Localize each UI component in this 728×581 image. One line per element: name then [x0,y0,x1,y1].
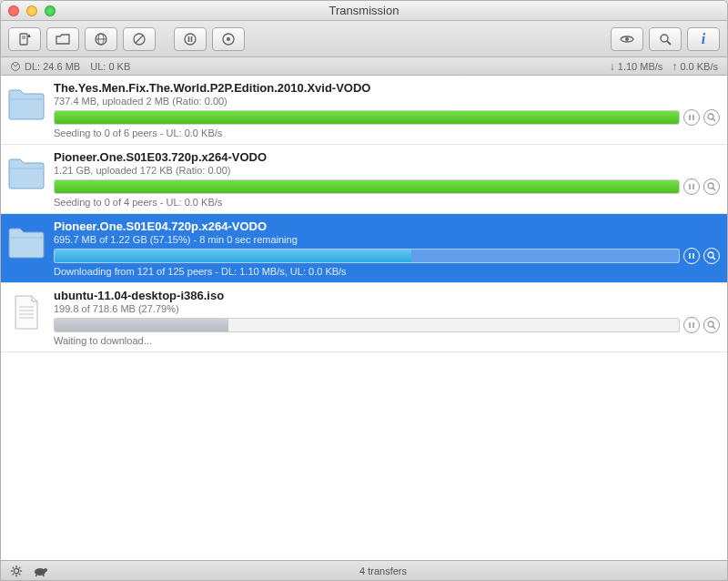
svg-point-13 [227,37,230,41]
bottom-bar: 4 transfers [1,560,727,580]
create-torrent-button[interactable] [8,27,41,51]
svg-point-15 [661,35,668,42]
transfer-meta: 199.8 of 718.6 MB (27.79%) [54,303,720,314]
traffic-lights [8,5,56,16]
svg-point-24 [708,183,713,189]
transfer-meta: 695.7 MB of 1.22 GB (57.15%) - 8 min 0 s… [54,234,720,245]
close-window-button[interactable] [8,5,19,16]
pause-resume-button[interactable] [683,317,700,333]
transfer-count-label: 4 transfers [48,566,718,576]
transfer-meta: 737.4 MB, uploaded 2 MB (Ratio: 0.00) [54,96,720,107]
global-dl-rate: 1.10 MB/s [618,61,663,72]
transfer-status: Seeding to 0 of 4 peers - UL: 0.0 KB/s [54,197,720,208]
pause-resume-button[interactable] [683,109,700,126]
reveal-button[interactable] [703,109,720,126]
progress-bar [54,249,680,263]
filter-button[interactable] [649,27,682,51]
settings-gear-icon[interactable] [10,565,23,577]
ratio-ul-label: UL: 0 KB [90,61,130,72]
pause-resume-button[interactable] [683,178,700,195]
minimize-window-button[interactable] [26,5,37,16]
ratio-icon [10,61,21,72]
svg-line-37 [713,326,715,329]
toolbar: i [1,21,727,57]
resume-all-button[interactable] [212,27,245,51]
transfer-name: ubuntu-11.04-desktop-i386.iso [54,289,720,302]
reveal-button[interactable] [703,178,720,195]
reveal-button[interactable] [703,248,720,264]
svg-line-43 [13,566,15,568]
zoom-window-button[interactable] [45,5,56,16]
transfer-name: Pioneer.One.S01E03.720p.x264-VODO [54,150,720,164]
svg-point-36 [708,321,713,327]
title-bar: Transmission [1,1,727,21]
app-window: Transmission i DL: 24.6 MB UL: 0 KB ↓ 1.… [0,0,728,581]
transfer-status: Waiting to download... [54,335,720,346]
progress-bar [54,318,680,332]
svg-line-16 [667,41,671,45]
transfer-row[interactable]: ubuntu-11.04-desktop-i386.iso199.8 of 71… [1,283,727,352]
progress-bar [54,179,680,194]
remove-button[interactable] [123,27,156,51]
folder-icon [6,154,46,194]
inspector-button[interactable]: i [687,27,720,51]
ratio-dl-label: DL: 24.6 MB [25,61,80,72]
folder-icon [6,85,46,125]
reveal-button[interactable] [703,317,720,333]
download-arrow-icon: ↓ [610,60,615,73]
svg-line-21 [713,118,715,121]
window-title: Transmission [1,4,727,17]
svg-line-44 [19,573,21,575]
svg-line-25 [713,188,715,190]
svg-rect-49 [35,575,37,576]
transfer-row[interactable]: Pioneer.One.S01E03.720p.x264-VODO1.21 GB… [1,145,727,214]
svg-line-8 [136,36,143,43]
svg-rect-0 [20,34,27,45]
transfer-row[interactable]: Pioneer.One.S01E04.720p.x264-VODO695.7 M… [1,214,727,283]
transfer-status: Downloading from 121 of 125 peers - DL: … [54,266,720,277]
file-icon [6,292,46,332]
svg-point-20 [708,114,713,119]
global-status-bar: DL: 24.6 MB UL: 0 KB ↓ 1.10 MB/s ↑ 0.0 K… [1,57,727,76]
transfer-row[interactable]: The.Yes.Men.Fix.The.World.P2P.Edition.20… [1,76,727,145]
transfer-status: Seeding to 0 of 6 peers - UL: 0.0 KB/s [54,127,720,138]
svg-point-38 [14,568,18,573]
svg-point-28 [708,252,713,258]
quicklook-button[interactable] [611,27,643,51]
turtle-mode-icon[interactable] [32,566,48,576]
transfer-name: The.Yes.Men.Fix.The.World.P2P.Edition.20… [54,81,720,95]
svg-rect-50 [43,575,45,576]
folder-icon [6,223,46,263]
svg-line-29 [713,257,715,260]
svg-line-45 [13,573,15,575]
pause-all-button[interactable] [174,27,207,51]
transfer-list[interactable]: The.Yes.Men.Fix.The.World.P2P.Edition.20… [1,76,727,560]
open-web-button[interactable] [85,27,117,51]
transfer-meta: 1.21 GB, uploaded 172 KB (Ratio: 0.00) [54,165,720,176]
svg-point-9 [185,34,196,45]
svg-point-14 [625,37,629,41]
progress-bar [54,110,680,125]
svg-line-46 [19,566,21,568]
svg-point-48 [44,568,47,572]
transfer-name: Pioneer.One.S01E04.720p.x264-VODO [54,219,720,233]
upload-arrow-icon: ↑ [672,60,677,73]
pause-resume-button[interactable] [683,248,700,264]
open-torrent-button[interactable] [46,27,79,51]
global-ul-rate: 0.0 KB/s [680,61,718,72]
